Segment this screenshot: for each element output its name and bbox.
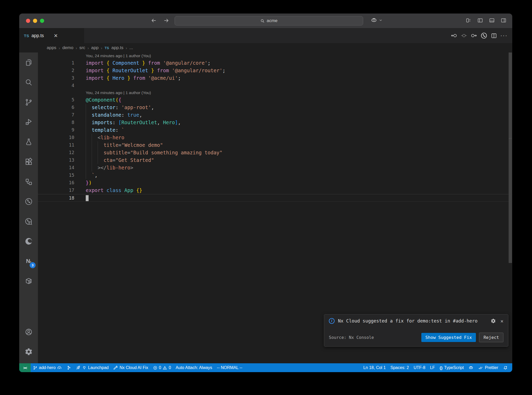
- hierarchy-icon[interactable]: [19, 172, 38, 192]
- breadcrumb-item[interactable]: app.ts: [111, 45, 123, 50]
- typescript-file-icon: TS: [24, 34, 29, 38]
- notification-settings-gear-icon[interactable]: [491, 318, 496, 324]
- code-line[interactable]: 11 title="Welcmoe demo": [38, 141, 512, 149]
- notification-close-icon[interactable]: ✕: [501, 318, 503, 324]
- zoom-window-button[interactable]: [40, 19, 44, 23]
- vim-mode-item[interactable]: -- NORMAL --: [215, 363, 245, 372]
- code-line[interactable]: 1import { Component } from '@angular/cor…: [38, 59, 512, 67]
- code-line[interactable]: 18: [38, 194, 512, 202]
- blame-annotation[interactable]: You, 24 minutes ago | 1 author (You): [38, 52, 512, 59]
- git-branch-item[interactable]: add-hero: [31, 363, 64, 372]
- line-number: 1: [38, 59, 86, 67]
- typescript-file-icon: TS: [104, 46, 109, 50]
- nav-forward-circle-icon[interactable]: [470, 32, 477, 39]
- back-arrow-icon[interactable]: [150, 17, 157, 24]
- code-editor[interactable]: You, 24 minutes ago | 1 author (You)1imp…: [38, 52, 512, 363]
- tab-bar: TS app.ts ✕ ···: [19, 28, 512, 43]
- nx-console-icon[interactable]: N› 3: [19, 251, 38, 271]
- code-line[interactable]: 16}): [38, 179, 512, 187]
- code-line[interactable]: 3import { Hero } from '@acme/ui';: [38, 74, 512, 82]
- code-line[interactable]: 15 `,: [38, 172, 512, 179]
- tab-app-ts[interactable]: TS app.ts ✕: [19, 28, 84, 43]
- chevron-down-icon[interactable]: [379, 18, 382, 22]
- breadcrumb-item[interactable]: src: [79, 45, 85, 50]
- encoding-item[interactable]: UTF-8: [411, 363, 428, 372]
- code-line[interactable]: 4: [38, 82, 512, 89]
- extensions-icon[interactable]: [19, 152, 38, 172]
- traffic-lights: [26, 19, 44, 23]
- title-bar: acme: [19, 14, 512, 28]
- reject-button[interactable]: Reject: [479, 333, 503, 342]
- gitlens-open-changes-icon[interactable]: [480, 32, 488, 39]
- notifications-bell-icon[interactable]: [501, 363, 510, 372]
- code-line[interactable]: 5@Component({: [38, 96, 512, 104]
- indentation-item[interactable]: Spaces: 2: [388, 363, 411, 372]
- toggle-panel-icon[interactable]: [489, 17, 495, 23]
- toggle-right-sidebar-icon[interactable]: [501, 17, 507, 23]
- show-suggested-fix-button[interactable]: Show Suggested Fix: [421, 333, 476, 342]
- forward-arrow-icon[interactable]: [163, 17, 170, 24]
- minimize-window-button[interactable]: [33, 19, 37, 23]
- line-number: 7: [38, 111, 86, 119]
- source-control-graph-item[interactable]: [64, 363, 74, 372]
- container-icon[interactable]: [19, 271, 38, 291]
- command-center-search[interactable]: acme: [175, 16, 363, 25]
- breadcrumb: apps› demo› src› app› TS app.ts› ...: [19, 43, 512, 52]
- run-debug-icon[interactable]: [19, 112, 38, 132]
- customize-layout-icon[interactable]: [466, 17, 471, 23]
- line-number: 12: [38, 149, 86, 156]
- nav-middle-circle-icon[interactable]: [461, 32, 467, 39]
- code-line[interactable]: 14 ></lib-hero>: [38, 164, 512, 172]
- activity-bar: N› 3: [19, 52, 38, 363]
- line-number: 5: [38, 96, 86, 104]
- line-number: 16: [38, 179, 86, 187]
- nx-cloud-fix-item[interactable]: Nx Cloud AI Fix: [111, 363, 150, 372]
- code-line[interactable]: 6 selector: 'app-root',: [38, 104, 512, 111]
- testing-icon[interactable]: [19, 132, 38, 152]
- copilot-status-icon[interactable]: [466, 363, 476, 372]
- eol-item[interactable]: LF: [428, 363, 437, 372]
- breadcrumb-item[interactable]: apps: [47, 45, 56, 50]
- code-line[interactable]: 9 template: `: [38, 126, 512, 134]
- line-number: 11: [38, 141, 86, 149]
- more-actions-icon[interactable]: ···: [500, 32, 508, 39]
- info-icon: i: [329, 318, 335, 324]
- account-icon[interactable]: [19, 322, 38, 342]
- source-control-icon[interactable]: [19, 92, 38, 112]
- editor-scrollbar[interactable]: [509, 52, 512, 263]
- breadcrumb-item[interactable]: app: [91, 45, 98, 50]
- close-window-button[interactable]: [26, 19, 30, 23]
- prettier-item[interactable]: Prettier: [476, 363, 501, 372]
- blame-annotation[interactable]: You, 24 minutes ago | 1 author (You): [38, 89, 512, 96]
- code-line[interactable]: 13 cta="Get Started": [38, 156, 512, 164]
- search-icon[interactable]: [19, 73, 38, 93]
- code-line[interactable]: 12 subtitle="Build something amazing tod…: [38, 149, 512, 156]
- line-number: 8: [38, 119, 86, 126]
- split-editor-icon[interactable]: [491, 32, 497, 39]
- code-line[interactable]: 2import { RouterOutlet } from '@angular/…: [38, 67, 512, 74]
- language-mode-item[interactable]: {} TypeScript: [437, 363, 466, 372]
- cursor-position-item[interactable]: Ln 18, Col 1: [361, 363, 388, 372]
- vscode-window: acme TS: [19, 14, 512, 372]
- remote-indicator[interactable]: ><: [19, 363, 31, 372]
- nav-back-circle-icon[interactable]: [451, 32, 457, 39]
- tab-label: app.ts: [31, 33, 44, 38]
- toggle-left-sidebar-icon[interactable]: [477, 17, 483, 23]
- code-line[interactable]: 7 standalone: true,: [38, 111, 512, 119]
- breadcrumb-item[interactable]: demo: [62, 45, 74, 50]
- settings-gear-icon[interactable]: [19, 342, 38, 362]
- gitlens-icon[interactable]: [19, 192, 38, 212]
- line-number: 10: [38, 134, 86, 141]
- tab-close-icon[interactable]: ✕: [54, 33, 58, 38]
- code-line[interactable]: 17export class App {}: [38, 187, 512, 194]
- problems-item[interactable]: 0 0: [151, 363, 174, 372]
- copilot-icon[interactable]: [370, 17, 377, 24]
- gitlens-inspect-icon[interactable]: [19, 212, 38, 232]
- auto-attach-item[interactable]: Auto Attach: Always: [173, 363, 215, 372]
- edge-tools-icon[interactable]: [19, 232, 38, 252]
- code-line[interactable]: 10 <lib-hero: [38, 134, 512, 141]
- launchpad-item[interactable]: Launchpad: [74, 363, 111, 372]
- code-line[interactable]: 8 imports: [RouterOutlet, Hero],: [38, 119, 512, 126]
- explorer-icon[interactable]: [19, 52, 38, 73]
- breadcrumb-item[interactable]: ...: [129, 45, 133, 50]
